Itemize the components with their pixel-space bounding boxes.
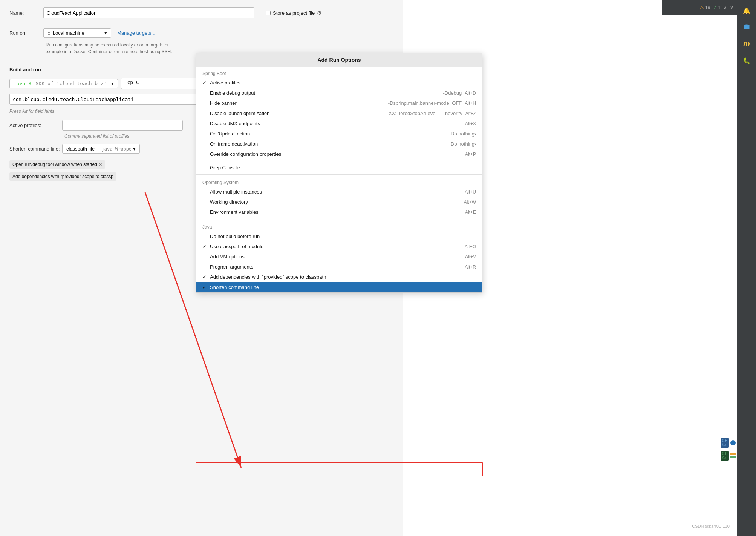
on-update-label: On 'Update' action (210, 131, 449, 137)
on-frame-deact-arrow: › (474, 141, 476, 147)
enable-debug-label: Enable debug output (210, 90, 441, 96)
divider3 (196, 219, 482, 219)
dropdown-item-no-build[interactable]: Do not build before run (196, 231, 482, 241)
grep-console-label: Grep Console (210, 165, 476, 170)
tag-open-tool-window[interactable]: Open run/debug tool window when started … (9, 160, 105, 169)
sdk-sub-text: SDK of 'cloud-teach-biz' (33, 81, 107, 86)
enable-debug-sub: -Ddebug (443, 90, 462, 96)
store-checkbox[interactable] (266, 11, 271, 15)
net-dot-blue (730, 440, 736, 445)
active-profiles-input[interactable] (62, 120, 183, 131)
name-input[interactable] (43, 7, 254, 18)
dropdown-item-working-dir[interactable]: Working directory Alt+W (196, 197, 482, 207)
shorten-sub-text: - java Wrappe (96, 146, 132, 152)
disable-jmx-label: Disable JMX endpoints (210, 121, 462, 126)
tag-open-label: Open run/debug tool window when started (12, 162, 97, 167)
name-label: Name: (9, 10, 40, 16)
dropdown-item-prog-args[interactable]: Program arguments Alt+R (196, 262, 482, 272)
java-section-label: Java (196, 221, 482, 231)
download-badge: 0.0 K/s (721, 451, 729, 461)
tag-add-deps[interactable]: Add dependencies with "provided" scope t… (9, 172, 116, 181)
dropdown-item-grep-console[interactable]: Grep Console (196, 163, 482, 173)
nav-up-notif[interactable]: ∧ (724, 5, 727, 10)
color-bar-green (730, 456, 736, 458)
check-notif[interactable]: ✓ 1 (713, 5, 721, 10)
shorten-select[interactable]: classpath file - java Wrappe ▾ (62, 144, 140, 154)
local-machine-text: Local machine (53, 30, 84, 36)
dropdown-item-add-deps[interactable]: ✓ Add dependencies with "provided" scope… (196, 272, 482, 282)
add-vm-label: Add VM options (210, 254, 462, 260)
dropdown-item-allow-multi[interactable]: Allow multiple instances Alt+U (196, 187, 482, 197)
disable-launch-label: Disable launch optimization (210, 111, 386, 116)
spring-boot-section-label: Spring Boot (196, 67, 482, 78)
override-config-label: Override configuration properties (210, 151, 462, 157)
main-class-input[interactable] (9, 94, 198, 105)
upload-badge: 0.6 K/s (721, 438, 729, 448)
warning-notif[interactable]: ⚠ 19 (700, 5, 710, 10)
run-on-label: Run on: (9, 30, 40, 36)
dropdown-item-use-classpath[interactable]: ✓ Use classpath of module Alt+O (196, 241, 482, 252)
shorten-label: Shorten command line: (9, 146, 62, 152)
active-profiles-item-label: Active profiles (210, 80, 476, 86)
add-vm-shortcut: Alt+V (465, 254, 476, 260)
hide-banner-label: Hide banner (210, 100, 387, 106)
working-dir-label: Working directory (210, 199, 461, 205)
sidebar-icon-db[interactable] (740, 20, 753, 34)
dropdown-item-disable-launch[interactable]: Disable launch optimization -XX:TieredSt… (196, 108, 482, 118)
dropdown-item-disable-jmx[interactable]: Disable JMX endpoints Alt+X (196, 118, 482, 129)
dropdown-item-on-update[interactable]: On 'Update' action Do nothing › (196, 129, 482, 139)
tag-add-deps-label: Add dependencies with "provided" scope t… (12, 174, 113, 179)
working-dir-shortcut: Alt+W (464, 200, 476, 205)
sdk-select[interactable]: java 8 SDK of 'cloud-teach-biz' ▾ (9, 79, 118, 88)
on-update-arrow: › (474, 131, 476, 137)
store-label: Store as project file (273, 10, 315, 16)
name-row: Name: Store as project file ⚙ (0, 0, 403, 25)
use-classpath-label: Use classpath of module (210, 244, 462, 249)
dropdown-item-override-config[interactable]: Override configuration properties Alt+P (196, 149, 482, 159)
allow-multi-shortcut: Alt+U (465, 189, 476, 195)
sidebar-icon-bug[interactable]: 🐛 (740, 54, 753, 67)
upload-value: 0.6 (722, 439, 727, 443)
warning-icon: ⚠ (700, 5, 704, 10)
nav-down-notif[interactable]: ∨ (730, 5, 733, 10)
dropdown-item-env-vars[interactable]: Environment variables Alt+E (196, 207, 482, 217)
chevron-down-icon: ▾ (104, 30, 107, 36)
dropdown-item-enable-debug[interactable]: Enable debug output -Ddebug Alt+D (196, 88, 482, 98)
active-profiles-label: Active profiles: (9, 123, 62, 128)
add-deps-label: Add dependencies with "provided" scope t… (210, 274, 476, 280)
check-active-profiles: ✓ (202, 80, 210, 86)
disable-jmx-shortcut: Alt+X (465, 121, 476, 126)
right-sidebar: 🔔 m 🐛 (737, 0, 756, 536)
download-unit: K/s (722, 456, 727, 460)
dropdown-item-active-profiles[interactable]: ✓ Active profiles (196, 78, 482, 88)
color-bar-orange (730, 453, 736, 455)
dropdown-item-hide-banner[interactable]: Hide banner -Dspring.main.banner-mode=OF… (196, 98, 482, 108)
sidebar-icon-bell[interactable]: 🔔 (740, 4, 753, 17)
nav-up-icon: ∧ (724, 5, 727, 10)
check-shorten-cmd: ✓ (202, 284, 210, 290)
check-use-classpath: ✓ (202, 244, 210, 249)
manage-targets-link[interactable]: Manage targets... (117, 30, 155, 36)
prog-args-label: Program arguments (210, 264, 462, 270)
on-frame-deact-sub: Do nothing (451, 141, 474, 147)
dropdown-item-on-frame-deact[interactable]: On frame deactivation Do nothing › (196, 139, 482, 149)
sidebar-icon-m[interactable]: m (740, 37, 753, 51)
env-vars-label: Environment variables (210, 209, 462, 215)
on-frame-deact-label: On frame deactivation (210, 141, 449, 147)
check-count: 1 (718, 5, 721, 10)
store-as-project: Store as project file ⚙ (266, 10, 322, 16)
tag-close-icon[interactable]: ✕ (99, 162, 102, 167)
hide-banner-shortcut: Alt+H (465, 101, 476, 106)
divider2 (196, 174, 482, 175)
local-machine-select[interactable]: ⌂ Local machine ▾ (43, 28, 111, 38)
dropdown-item-shorten-cmd[interactable]: ✓ Shorten command line (196, 282, 482, 292)
watermark: CSDN @karryO 130 (692, 524, 730, 528)
add-run-options-panel: Add Run Options Spring Boot ✓ Active pro… (196, 53, 482, 293)
shorten-value-text: classpath file (66, 146, 95, 152)
gear-icon[interactable]: ⚙ (317, 10, 322, 16)
allow-multi-label: Allow multiple instances (210, 189, 462, 195)
shorten-cmd-label: Shorten command line (210, 284, 476, 290)
env-vars-shortcut: Alt+E (465, 210, 476, 215)
dropdown-item-add-vm[interactable]: Add VM options Alt+V (196, 252, 482, 262)
shorten-dropdown-icon: ▾ (133, 146, 136, 152)
